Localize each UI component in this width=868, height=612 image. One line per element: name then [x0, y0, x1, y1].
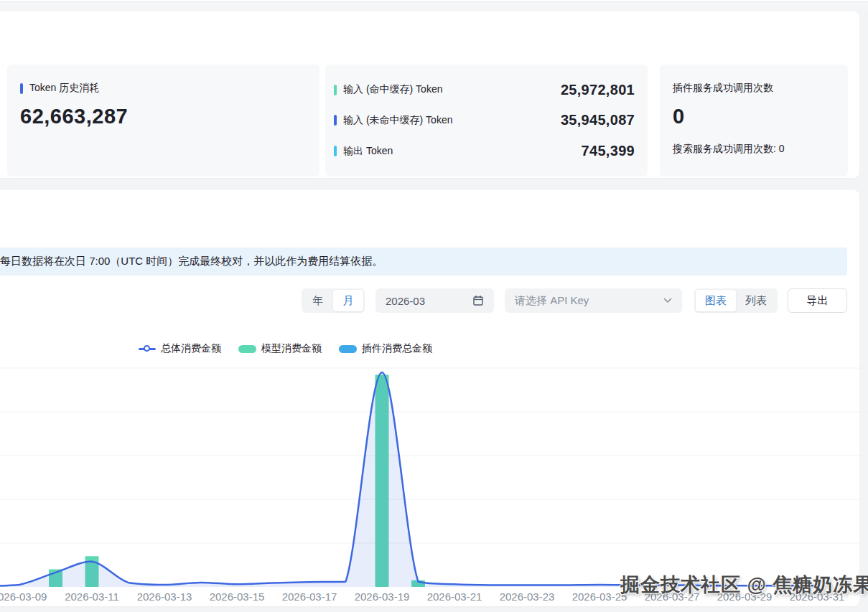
- view-toggle: 图表 列表: [694, 288, 778, 313]
- month-picker[interactable]: 2026-03: [375, 288, 494, 313]
- bar-marker-icon-blue: [339, 345, 357, 353]
- x-axis-tick-label: 2026-03-19: [355, 590, 410, 603]
- view-option-list[interactable]: 列表: [736, 290, 776, 311]
- bar-marker-icon-green: [238, 345, 256, 353]
- calendar-icon: [472, 295, 484, 306]
- legend-item-model[interactable]: 模型消费金额: [238, 342, 322, 355]
- cache-hit-label: 输入 (命中缓存) Token: [343, 83, 442, 96]
- api-key-select[interactable]: 请选择 API Key: [505, 288, 682, 313]
- legend-label-total: 总体消费金额: [161, 342, 221, 355]
- period-option-month[interactable]: 月: [333, 290, 363, 311]
- output-token-label: 输出 Token: [343, 145, 393, 158]
- x-axis-tick-label: 2026-03-15: [210, 590, 265, 603]
- x-axis-tick-label: 2026-03-09: [0, 590, 47, 603]
- plugin-calls-card: 插件服务成功调用次数 0 搜索服务成功调用次数: 0: [660, 65, 848, 176]
- legend-label-model: 模型消费金额: [261, 342, 322, 355]
- x-axis-tick-label: 2026-03-25: [572, 590, 627, 603]
- month-picker-value: 2026-03: [386, 295, 425, 307]
- output-token-value: 745,399: [582, 143, 635, 159]
- x-axis-tick-label: 2026-03-23: [500, 590, 555, 603]
- line-ring-icon: [144, 345, 150, 352]
- cache-hit-value: 25,972,801: [561, 82, 635, 98]
- usage-dashboard: Token 历史消耗 62,663,287 输入 (命中缓存) Token 25…: [0, 0, 868, 612]
- io-row-cache-hit: 输入 (命中缓存) Token 25,972,801: [334, 82, 635, 98]
- cache-miss-marker: [334, 115, 337, 126]
- period-toggle: 年 月: [302, 288, 365, 313]
- total-area: [0, 372, 817, 587]
- settlement-notice-text: 每日数据将在次日 7:00（UTC 时间）完成最终校对，并以此作为费用结算依据。: [0, 255, 383, 268]
- legend-label-plugin: 插件消费总金额: [362, 342, 432, 355]
- token-card-marker: [20, 83, 23, 94]
- export-button[interactable]: 导出: [788, 288, 847, 313]
- io-row-cache-miss: 输入 (未命中缓存) Token 35,945,087: [334, 112, 635, 128]
- line-marker-icon: [139, 348, 156, 350]
- legend-item-plugin[interactable]: 插件消费总金额: [339, 342, 432, 355]
- x-axis-tick-label: 2026-03-21: [427, 590, 482, 603]
- stats-panel: Token 历史消耗 62,663,287 输入 (命中缓存) Token 25…: [0, 11, 859, 178]
- api-key-placeholder: 请选择 API Key: [515, 294, 589, 308]
- chevron-down-icon: [663, 298, 672, 303]
- plugin-calls-value: 0: [673, 105, 835, 128]
- x-axis-tick-label: 2026-03-17: [282, 590, 337, 603]
- view-option-chart[interactable]: 图表: [696, 290, 736, 311]
- plugin-calls-title: 插件服务成功调用次数: [673, 82, 835, 95]
- chart-legend: 总体消费金额 模型消费金额 插件消费总金额: [139, 342, 432, 355]
- period-option-year[interactable]: 年: [303, 290, 333, 311]
- token-io-card: 输入 (命中缓存) Token 25,972,801 输入 (未命中缓存) To…: [325, 65, 648, 176]
- cache-miss-value: 35,945,087: [561, 112, 635, 128]
- cache-miss-label: 输入 (未命中缓存) Token: [343, 114, 452, 127]
- token-total-value: 62,663,287: [20, 105, 307, 128]
- token-card-label: Token 历史消耗: [29, 82, 99, 95]
- x-axis-tick-label: 2026-03-11: [65, 590, 119, 603]
- io-row-output: 输出 Token 745,399: [334, 143, 635, 159]
- x-axis-tick-label: 2026-03-13: [137, 590, 192, 603]
- watermark: 掘金技术社区 @ 焦糖奶冻果: [620, 572, 868, 598]
- output-token-marker: [334, 146, 337, 156]
- token-history-card: Token 历史消耗 62,663,287: [7, 65, 319, 176]
- settlement-notice-banner: 每日数据将在次日 7:00（UTC 时间）完成最终校对，并以此作为费用结算依据。: [0, 248, 847, 276]
- page-background-strip: [0, 1, 868, 11]
- search-calls-line: 搜索服务成功调用次数: 0: [673, 143, 835, 156]
- cache-hit-marker: [334, 85, 337, 95]
- legend-item-total[interactable]: 总体消费金额: [139, 342, 221, 355]
